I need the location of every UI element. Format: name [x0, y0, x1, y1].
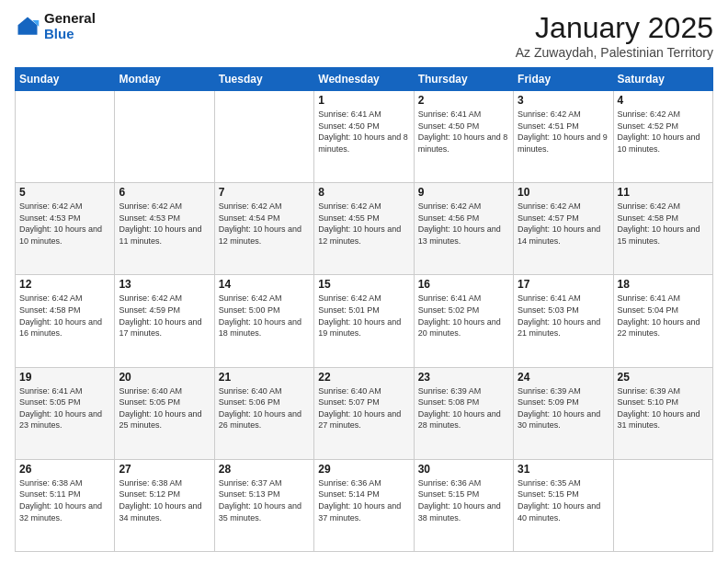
logo-text: General Blue — [44, 11, 96, 41]
day-info: Sunrise: 6:42 AMSunset: 4:59 PMDaylight:… — [119, 293, 210, 339]
table-row: 3 Sunrise: 6:42 AMSunset: 4:51 PMDayligh… — [514, 91, 613, 183]
day-info: Sunrise: 6:41 AMSunset: 5:05 PMDaylight:… — [19, 385, 110, 431]
day-number: 3 — [518, 94, 609, 107]
day-info: Sunrise: 6:39 AMSunset: 5:10 PMDaylight:… — [618, 385, 709, 431]
table-row: 11 Sunrise: 6:42 AMSunset: 4:58 PMDaylig… — [613, 183, 712, 275]
table-row: 22 Sunrise: 6:40 AMSunset: 5:07 PMDaylig… — [314, 367, 414, 459]
logo-general-text: General — [44, 11, 96, 27]
day-info: Sunrise: 6:42 AMSunset: 4:58 PMDaylight:… — [19, 293, 110, 339]
day-info: Sunrise: 6:40 AMSunset: 5:07 PMDaylight:… — [318, 385, 409, 431]
day-number: 15 — [318, 278, 409, 291]
calendar-table: Sunday Monday Tuesday Wednesday Thursday… — [15, 67, 713, 552]
day-info: Sunrise: 6:40 AMSunset: 5:05 PMDaylight:… — [119, 385, 210, 431]
calendar-week-row: 5 Sunrise: 6:42 AMSunset: 4:53 PMDayligh… — [16, 183, 713, 275]
header: General Blue January 2025 Az Zuwaydah, P… — [15, 11, 713, 60]
day-number: 11 — [618, 186, 709, 199]
logo-icon — [15, 14, 40, 40]
table-row: 19 Sunrise: 6:41 AMSunset: 5:05 PMDaylig… — [16, 367, 115, 459]
header-sunday: Sunday — [16, 68, 115, 91]
page: General Blue January 2025 Az Zuwaydah, P… — [0, 0, 728, 563]
day-number: 31 — [518, 463, 609, 476]
day-info: Sunrise: 6:42 AMSunset: 4:52 PMDaylight:… — [618, 109, 709, 155]
day-number: 16 — [418, 278, 509, 291]
table-row — [613, 459, 712, 551]
day-number: 13 — [119, 278, 210, 291]
day-info: Sunrise: 6:42 AMSunset: 4:56 PMDaylight:… — [418, 201, 509, 247]
table-row: 10 Sunrise: 6:42 AMSunset: 4:57 PMDaylig… — [514, 183, 613, 275]
day-info: Sunrise: 6:42 AMSunset: 4:58 PMDaylight:… — [618, 201, 709, 247]
day-number: 7 — [219, 186, 310, 199]
table-row: 26 Sunrise: 6:38 AMSunset: 5:11 PMDaylig… — [16, 459, 115, 551]
table-row: 4 Sunrise: 6:42 AMSunset: 4:52 PMDayligh… — [613, 91, 712, 183]
day-number: 18 — [618, 278, 709, 291]
header-thursday: Thursday — [414, 68, 513, 91]
day-info: Sunrise: 6:41 AMSunset: 4:50 PMDaylight:… — [318, 109, 409, 155]
day-number: 4 — [618, 94, 709, 107]
table-row: 6 Sunrise: 6:42 AMSunset: 4:53 PMDayligh… — [115, 183, 214, 275]
table-row: 27 Sunrise: 6:38 AMSunset: 5:12 PMDaylig… — [115, 459, 214, 551]
table-row: 23 Sunrise: 6:39 AMSunset: 5:08 PMDaylig… — [414, 367, 513, 459]
day-number: 9 — [418, 186, 509, 199]
calendar-week-row: 12 Sunrise: 6:42 AMSunset: 4:58 PMDaylig… — [16, 275, 713, 367]
day-info: Sunrise: 6:42 AMSunset: 4:54 PMDaylight:… — [219, 201, 310, 247]
table-row: 18 Sunrise: 6:41 AMSunset: 5:04 PMDaylig… — [613, 275, 712, 367]
table-row: 28 Sunrise: 6:37 AMSunset: 5:13 PMDaylig… — [214, 459, 313, 551]
table-row: 20 Sunrise: 6:40 AMSunset: 5:05 PMDaylig… — [115, 367, 214, 459]
table-row: 25 Sunrise: 6:39 AMSunset: 5:10 PMDaylig… — [613, 367, 712, 459]
day-info: Sunrise: 6:41 AMSunset: 5:04 PMDaylight:… — [618, 293, 709, 339]
day-info: Sunrise: 6:41 AMSunset: 5:03 PMDaylight:… — [518, 293, 609, 339]
calendar-week-row: 19 Sunrise: 6:41 AMSunset: 5:05 PMDaylig… — [16, 367, 713, 459]
table-row: 17 Sunrise: 6:41 AMSunset: 5:03 PMDaylig… — [514, 275, 613, 367]
day-info: Sunrise: 6:37 AMSunset: 5:13 PMDaylight:… — [219, 477, 310, 523]
day-info: Sunrise: 6:36 AMSunset: 5:15 PMDaylight:… — [418, 477, 509, 523]
day-info: Sunrise: 6:38 AMSunset: 5:11 PMDaylight:… — [19, 477, 110, 523]
header-tuesday: Tuesday — [214, 68, 313, 91]
day-info: Sunrise: 6:36 AMSunset: 5:14 PMDaylight:… — [318, 477, 409, 523]
day-number: 25 — [618, 371, 709, 384]
day-number: 14 — [219, 278, 310, 291]
header-monday: Monday — [115, 68, 214, 91]
calendar-header-row: Sunday Monday Tuesday Wednesday Thursday… — [16, 68, 713, 91]
table-row: 30 Sunrise: 6:36 AMSunset: 5:15 PMDaylig… — [414, 459, 513, 551]
table-row — [214, 91, 313, 183]
day-number: 20 — [119, 371, 210, 384]
day-info: Sunrise: 6:42 AMSunset: 5:00 PMDaylight:… — [219, 293, 310, 339]
header-saturday: Saturday — [613, 68, 712, 91]
svg-marker-0 — [18, 17, 38, 34]
table-row: 9 Sunrise: 6:42 AMSunset: 4:56 PMDayligh… — [414, 183, 513, 275]
day-number: 5 — [19, 186, 110, 199]
day-number: 8 — [318, 186, 409, 199]
table-row: 31 Sunrise: 6:35 AMSunset: 5:15 PMDaylig… — [514, 459, 613, 551]
day-info: Sunrise: 6:42 AMSunset: 4:53 PMDaylight:… — [19, 201, 110, 247]
day-info: Sunrise: 6:38 AMSunset: 5:12 PMDaylight:… — [119, 477, 210, 523]
day-number: 26 — [19, 463, 110, 476]
table-row: 2 Sunrise: 6:41 AMSunset: 4:50 PMDayligh… — [414, 91, 513, 183]
day-info: Sunrise: 6:39 AMSunset: 5:09 PMDaylight:… — [518, 385, 609, 431]
table-row: 5 Sunrise: 6:42 AMSunset: 4:53 PMDayligh… — [16, 183, 115, 275]
day-number: 28 — [219, 463, 310, 476]
header-wednesday: Wednesday — [314, 68, 414, 91]
table-row: 21 Sunrise: 6:40 AMSunset: 5:06 PMDaylig… — [214, 367, 313, 459]
day-number: 1 — [318, 94, 409, 107]
calendar-week-row: 26 Sunrise: 6:38 AMSunset: 5:11 PMDaylig… — [16, 459, 713, 551]
day-number: 29 — [318, 463, 409, 476]
day-info: Sunrise: 6:41 AMSunset: 4:50 PMDaylight:… — [418, 109, 509, 155]
table-row: 8 Sunrise: 6:42 AMSunset: 4:55 PMDayligh… — [314, 183, 414, 275]
day-info: Sunrise: 6:39 AMSunset: 5:08 PMDaylight:… — [418, 385, 509, 431]
day-number: 6 — [119, 186, 210, 199]
day-number: 17 — [518, 278, 609, 291]
day-number: 24 — [518, 371, 609, 384]
header-friday: Friday — [514, 68, 613, 91]
day-info: Sunrise: 6:42 AMSunset: 5:01 PMDaylight:… — [318, 293, 409, 339]
day-number: 27 — [119, 463, 210, 476]
location-subtitle: Az Zuwaydah, Palestinian Territory — [516, 45, 713, 60]
day-number: 10 — [518, 186, 609, 199]
month-title: January 2025 — [516, 11, 713, 45]
table-row: 29 Sunrise: 6:36 AMSunset: 5:14 PMDaylig… — [314, 459, 414, 551]
day-number: 21 — [219, 371, 310, 384]
title-area: January 2025 Az Zuwaydah, Palestinian Te… — [516, 11, 713, 60]
day-number: 19 — [19, 371, 110, 384]
table-row: 1 Sunrise: 6:41 AMSunset: 4:50 PMDayligh… — [314, 91, 414, 183]
day-info: Sunrise: 6:42 AMSunset: 4:51 PMDaylight:… — [518, 109, 609, 155]
table-row: 16 Sunrise: 6:41 AMSunset: 5:02 PMDaylig… — [414, 275, 513, 367]
